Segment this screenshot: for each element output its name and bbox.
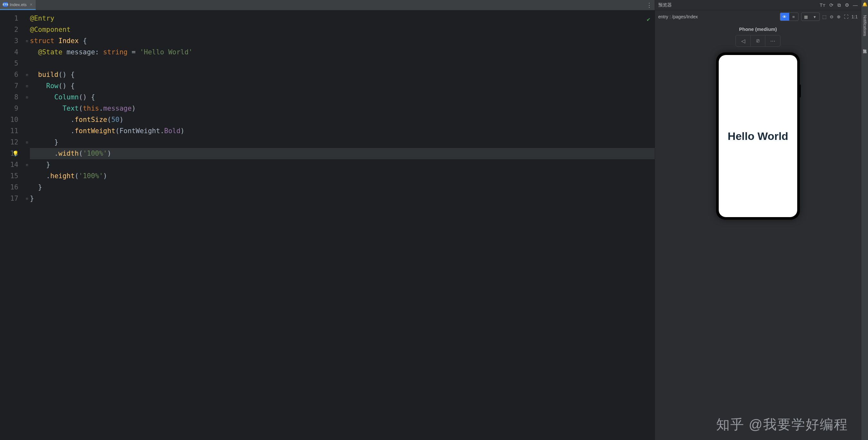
- text-tool-icon[interactable]: Tᴛ: [820, 2, 826, 8]
- method-fontweight: fontWeight: [75, 127, 115, 135]
- eye-icon[interactable]: 👁: [780, 13, 789, 21]
- dot: .: [160, 127, 164, 135]
- dot: .: [46, 172, 51, 180]
- paren: (: [79, 150, 83, 157]
- layout-mode-group: ▦ ▾: [801, 12, 820, 21]
- editor-body[interactable]: 1234567891011121314151617 ⊟⊟⊟⊟⊟⊟⊟ ✔ @Ent…: [0, 10, 655, 440]
- tab-more-icon[interactable]: ⋮: [646, 2, 652, 9]
- bell-icon[interactable]: 🔔: [862, 2, 867, 7]
- inspect-icon[interactable]: ⧉: [837, 2, 841, 8]
- preview-message: Hello World: [728, 130, 788, 143]
- paren: (: [75, 172, 79, 180]
- class-name: Index: [59, 37, 79, 45]
- string-literal: 'Hello World': [140, 48, 192, 56]
- device-label: Phone (medium): [739, 26, 777, 32]
- chevron-down-icon[interactable]: ▾: [810, 13, 819, 21]
- editor-pane: ETS Index.ets × ⋮ 1234567891011121314151…: [0, 0, 655, 440]
- preview-header: 预览器 Tᴛ ⟳ ⧉ ⚙ —: [655, 0, 861, 10]
- decorator-state: @State: [38, 48, 62, 56]
- paren: (: [107, 116, 111, 124]
- side-rail: 🔔 Notifications 预览器: [861, 0, 868, 440]
- preview-header-icons: Tᴛ ⟳ ⧉ ⚙ —: [820, 2, 858, 8]
- kw-struct: struct: [30, 37, 54, 45]
- enum-bold: Bold: [164, 127, 181, 135]
- layers-icon[interactable]: ≡: [789, 13, 798, 21]
- check-icon[interactable]: ✔: [647, 13, 650, 25]
- paren: ): [107, 150, 111, 157]
- close-brace: }: [54, 138, 59, 146]
- close-brace: }: [30, 195, 34, 202]
- kw-this: this: [83, 104, 99, 112]
- crop-icon[interactable]: ⬚: [822, 14, 827, 19]
- parens-brace: () {: [79, 93, 95, 101]
- zoom-out-icon[interactable]: ⊖: [830, 14, 834, 19]
- brace: {: [79, 37, 87, 45]
- previewer-tab[interactable]: 预览器: [862, 44, 867, 48]
- file-tab[interactable]: ETS Index.ets ×: [0, 0, 36, 10]
- zoom-ratio[interactable]: 1:1: [851, 14, 858, 19]
- back-icon[interactable]: ◁: [736, 35, 751, 46]
- entry-path: entry : /pages/Index: [658, 14, 777, 19]
- phone-frame: Hello World: [716, 53, 800, 220]
- paren: (: [79, 104, 83, 112]
- number-literal: 50: [111, 116, 119, 124]
- paren: ): [119, 116, 124, 124]
- watermark: 知乎 @我要学好编程: [716, 415, 848, 434]
- method-build: build: [38, 71, 58, 78]
- zoom-in-icon[interactable]: ⊕: [837, 14, 841, 19]
- notifications-tab[interactable]: Notifications: [863, 13, 867, 38]
- paren: ): [132, 104, 136, 112]
- fold-column: ⊟⊟⊟⊟⊟⊟⊟: [24, 10, 30, 440]
- ets-file-icon: ETS: [3, 2, 8, 7]
- string-literal: '100%': [79, 172, 103, 180]
- dot: .: [70, 127, 75, 135]
- parens-brace: () {: [59, 82, 75, 90]
- type-string: string: [103, 48, 128, 56]
- paren: ): [181, 127, 185, 135]
- close-icon[interactable]: ×: [30, 2, 32, 7]
- close-brace: }: [46, 161, 51, 168]
- rotate-icon[interactable]: ⎚: [751, 35, 765, 46]
- parens-brace: () {: [59, 71, 75, 78]
- phone-screen[interactable]: Hello World: [719, 55, 797, 217]
- decorator-component: @Component: [30, 26, 70, 33]
- preview-pane: 预览器 Tᴛ ⟳ ⧉ ⚙ — entry : /pages/Index 👁 ≡ …: [655, 0, 861, 440]
- device-controls: ◁ ⎚ ⋯: [736, 35, 780, 46]
- builtin-text: Text: [62, 104, 79, 112]
- paren: (: [116, 127, 120, 135]
- dot: .: [54, 150, 59, 157]
- code-area[interactable]: ✔ @Entry @Component struct Index { @Stat…: [30, 10, 655, 440]
- more-icon[interactable]: ⋯: [765, 35, 780, 46]
- close-brace: }: [38, 183, 42, 191]
- preview-toolbar: entry : /pages/Index 👁 ≡ ▦ ▾ ⬚ ⊖ ⊕ ⛶ 1:1: [655, 10, 861, 23]
- prop-message: message: [103, 104, 132, 112]
- decorator-entry: @Entry: [30, 14, 54, 22]
- dot: .: [99, 104, 103, 112]
- refresh-icon[interactable]: ⟳: [829, 2, 834, 8]
- enum-fontweight: FontWeight: [119, 127, 160, 135]
- gear-icon[interactable]: ⚙: [845, 2, 849, 8]
- builtin-row: Row: [46, 82, 59, 90]
- var-message: message: [62, 48, 95, 56]
- zoom-tools: ⬚ ⊖ ⊕ ⛶ 1:1: [822, 14, 858, 19]
- grid-icon[interactable]: ▦: [801, 13, 810, 21]
- tab-bar: ETS Index.ets × ⋮: [0, 0, 655, 10]
- paren: ): [103, 172, 107, 180]
- dot: .: [70, 116, 75, 124]
- current-line: 💡 .width('100%'): [30, 148, 655, 159]
- fit-icon[interactable]: ⛶: [844, 14, 848, 19]
- app-root: ETS Index.ets × ⋮ 1234567891011121314151…: [0, 0, 868, 440]
- preview-title: 预览器: [658, 2, 820, 8]
- method-height: height: [50, 172, 75, 180]
- bulb-icon[interactable]: 💡: [12, 148, 19, 159]
- eq: =: [127, 48, 140, 56]
- view-mode-group: 👁 ≡: [780, 12, 799, 21]
- method-width: width: [59, 150, 79, 157]
- line-gutter: 1234567891011121314151617: [0, 10, 24, 440]
- tab-filename: Index.ets: [10, 2, 27, 7]
- string-literal: '100%': [83, 150, 107, 157]
- device-area: Phone (medium) ◁ ⎚ ⋯ Hello World 知乎 @我要学…: [655, 23, 861, 440]
- minimize-icon[interactable]: —: [853, 2, 858, 8]
- builtin-column: Column: [54, 93, 79, 101]
- method-fontsize: fontSize: [75, 116, 107, 124]
